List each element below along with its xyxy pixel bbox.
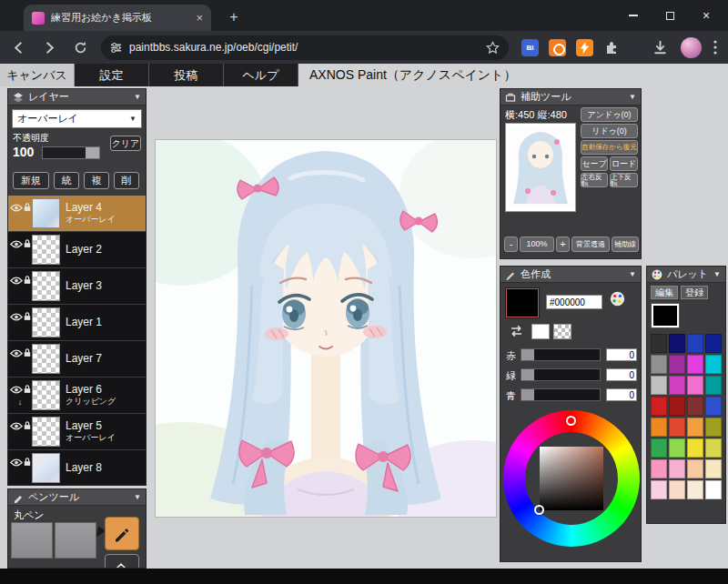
pen-size-preview-1[interactable] xyxy=(11,522,53,559)
red-value-input[interactable] xyxy=(606,348,637,361)
layer-thumbnail[interactable] xyxy=(32,417,60,447)
layer-row[interactable]: Layer 3 xyxy=(8,268,146,305)
forward-button[interactable] xyxy=(37,35,62,60)
green-slider-handle[interactable] xyxy=(521,369,534,380)
layer-row[interactable]: Layer 8 xyxy=(8,450,146,485)
palette-panel-header[interactable]: パレット ▼ xyxy=(647,267,725,283)
back-button[interactable] xyxy=(6,35,31,60)
tab-close-icon[interactable]: × xyxy=(196,12,203,24)
layer-merge-button[interactable]: 統 xyxy=(54,172,79,189)
sv-marker[interactable] xyxy=(534,505,544,515)
palette-register-tab[interactable]: 登録 xyxy=(681,286,708,299)
tab-post[interactable]: 投稿 xyxy=(149,64,224,86)
extensions-puzzle-icon[interactable] xyxy=(603,39,620,55)
palette-color-swatch[interactable] xyxy=(669,397,685,416)
layer-new-button[interactable]: 新規 xyxy=(13,172,49,189)
zoom-level-button[interactable]: 100% xyxy=(520,237,554,252)
opacity-slider[interactable] xyxy=(42,146,100,159)
lock-icon[interactable] xyxy=(24,236,31,252)
collapse-icon[interactable]: ▼ xyxy=(629,93,636,101)
palette-color-swatch[interactable] xyxy=(669,355,685,374)
pen-tool-button[interactable] xyxy=(105,517,139,550)
restore-autosave-button[interactable]: 自動保存から復元 xyxy=(581,140,638,155)
layer-thumbnail[interactable] xyxy=(32,198,60,228)
background-transparent-button[interactable]: 背景透過 xyxy=(571,237,610,252)
palette-color-swatch[interactable] xyxy=(705,480,722,499)
eye-icon[interactable] xyxy=(10,381,23,398)
layer-thumbnail[interactable] xyxy=(32,380,60,410)
red-slider[interactable] xyxy=(521,348,601,361)
palette-color-swatch[interactable] xyxy=(669,480,685,499)
profile-avatar[interactable] xyxy=(681,37,702,58)
opacity-slider-handle[interactable] xyxy=(86,147,99,158)
palette-color-swatch[interactable] xyxy=(651,334,667,353)
minimize-button[interactable] xyxy=(615,0,652,31)
collapse-icon[interactable]: ▼ xyxy=(134,493,141,501)
palette-color-swatch[interactable] xyxy=(651,438,667,458)
save-button[interactable]: セーブ xyxy=(581,156,608,171)
site-info-icon[interactable] xyxy=(110,42,122,54)
tab-canvas[interactable]: キャンバス xyxy=(0,64,75,86)
lock-icon[interactable] xyxy=(24,418,31,434)
palette-color-swatch[interactable] xyxy=(687,480,703,499)
layer-row[interactable]: Layer 2 xyxy=(8,232,146,268)
blue-slider-handle[interactable] xyxy=(521,389,534,400)
extension-bi-icon[interactable]: BI xyxy=(521,39,539,56)
eraser-tool-button[interactable] xyxy=(105,554,139,569)
zoom-out-button[interactable]: - xyxy=(504,237,518,252)
palette-color-swatch[interactable] xyxy=(651,397,667,416)
lock-icon[interactable] xyxy=(24,345,31,361)
palette-color-swatch[interactable] xyxy=(687,438,703,458)
layer-row[interactable]: Layer 4オーバーレイ xyxy=(8,196,146,232)
blue-value-input[interactable] xyxy=(606,388,637,401)
layer-row[interactable]: Layer 7 xyxy=(8,341,146,378)
bookmark-star-icon[interactable] xyxy=(486,41,500,55)
layer-row[interactable]: Layer 5オーバーレイ xyxy=(8,414,146,450)
layer-row[interactable]: ↓Layer 6クリッピング xyxy=(8,378,146,414)
tab-help[interactable]: ヘルプ xyxy=(224,64,298,86)
drawing-canvas[interactable] xyxy=(156,140,496,517)
current-color-swatch[interactable] xyxy=(506,288,539,317)
palette-color-swatch[interactable] xyxy=(687,376,703,395)
download-icon[interactable] xyxy=(652,39,669,56)
collapse-icon[interactable]: ▼ xyxy=(713,270,721,278)
palette-color-swatch[interactable] xyxy=(669,376,685,395)
palette-color-swatch[interactable] xyxy=(705,376,722,395)
palette-color-swatch[interactable] xyxy=(651,418,667,437)
saturation-value-square[interactable] xyxy=(540,447,603,510)
palette-color-swatch[interactable] xyxy=(651,376,667,395)
palette-color-swatch[interactable] xyxy=(651,355,667,374)
red-slider-handle[interactable] xyxy=(521,349,534,360)
palette-edit-tab[interactable]: 編集 xyxy=(651,286,678,299)
url-bar[interactable]: paintbbs.sakura.ne.jp/oeb/cgi/petit/ xyxy=(101,35,509,60)
eye-icon[interactable] xyxy=(10,454,23,470)
guide-line-button[interactable]: 補助線 xyxy=(612,237,639,252)
palette-color-swatch[interactable] xyxy=(687,397,703,416)
palette-color-swatch[interactable] xyxy=(705,397,722,416)
hex-color-input[interactable] xyxy=(546,295,602,309)
layer-thumbnail[interactable] xyxy=(32,344,60,374)
secondary-color-swatch[interactable] xyxy=(531,324,550,339)
tab-settings[interactable]: 設定 xyxy=(75,64,149,86)
palette-color-swatch[interactable] xyxy=(687,355,703,374)
eye-icon[interactable] xyxy=(10,272,23,288)
new-tab-button[interactable]: + xyxy=(224,7,244,27)
green-slider[interactable] xyxy=(521,368,601,381)
flip-horizontal-button[interactable]: 左右反転 xyxy=(581,173,608,187)
close-button[interactable]: × xyxy=(688,0,724,31)
palette-color-swatch[interactable] xyxy=(651,480,667,499)
palette-color-swatch[interactable] xyxy=(669,438,685,458)
pen-panel-header[interactable]: ペンツール ▼ xyxy=(8,489,146,506)
browser-tab[interactable]: 練習用お絵かき掲示板 × xyxy=(24,5,211,31)
collapse-icon[interactable]: ▼ xyxy=(629,270,636,278)
palette-color-swatch[interactable] xyxy=(687,418,703,437)
lock-icon[interactable] xyxy=(24,199,31,216)
eye-icon[interactable] xyxy=(10,199,23,216)
layer-thumbnail[interactable] xyxy=(32,235,60,265)
transparent-color-swatch[interactable] xyxy=(553,324,571,339)
palette-current-color[interactable] xyxy=(652,304,679,327)
hue-marker[interactable] xyxy=(566,416,576,426)
blend-mode-select[interactable]: オーバーレイ ▼ xyxy=(12,109,142,128)
palette-color-swatch[interactable] xyxy=(705,355,722,374)
color-wheel[interactable] xyxy=(503,410,640,547)
